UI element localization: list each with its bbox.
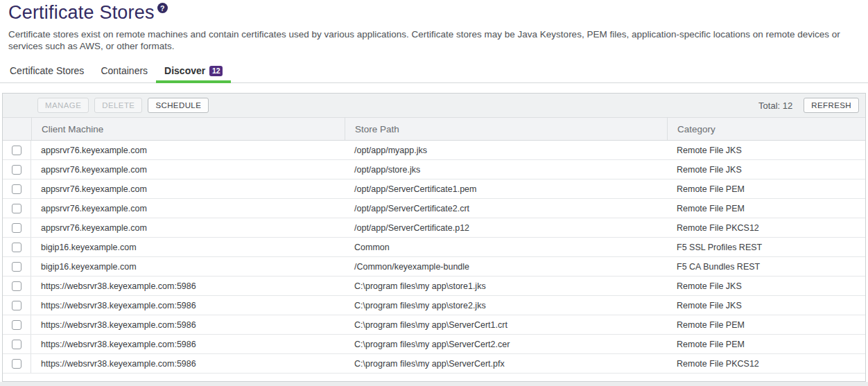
- row-checkbox[interactable]: [12, 184, 21, 194]
- column-header-store-path[interactable]: Store Path: [345, 118, 667, 140]
- row-checkbox-cell: [3, 199, 31, 218]
- table-header-row: Client Machine Store Path Category: [3, 118, 865, 141]
- cell-client-machine: https://websrvr38.keyexample.com:5986: [31, 335, 345, 353]
- row-checkbox-cell: [3, 354, 31, 373]
- table-row[interactable]: https://websrvr38.keyexample.com:5986C:\…: [3, 354, 865, 374]
- cell-category: F5 CA Bundles REST: [667, 257, 865, 276]
- tab-label: Containers: [101, 65, 148, 76]
- cell-client-machine: https://websrvr38.keyexample.com:5986: [31, 354, 345, 373]
- table-body: appsrvr76.keyexample.com/opt/app/myapp.j…: [3, 141, 865, 374]
- row-checkbox-cell: [3, 257, 31, 276]
- row-checkbox-cell: [3, 160, 31, 179]
- cell-client-machine: appsrvr76.keyexample.com: [31, 141, 345, 159]
- row-checkbox-cell: [3, 179, 31, 198]
- cell-category: Remote File PEM: [667, 315, 865, 334]
- table-row[interactable]: appsrvr76.keyexample.com/opt/app/myapp.j…: [3, 141, 865, 160]
- manage-button[interactable]: MANAGE: [37, 98, 89, 113]
- table-row[interactable]: appsrvr76.keyexample.com/opt/app/ServerC…: [3, 199, 865, 218]
- row-checkbox[interactable]: [12, 204, 21, 213]
- cell-category: Remote File PKCS12: [667, 218, 865, 237]
- row-checkbox[interactable]: [12, 165, 21, 175]
- delete-button[interactable]: DELETE: [94, 98, 142, 113]
- cell-store-path: /opt/app/store.jks: [345, 160, 667, 179]
- row-checkbox[interactable]: [12, 281, 21, 291]
- table-row[interactable]: appsrvr76.keyexample.com/opt/app/store.j…: [3, 160, 865, 179]
- cell-category: Remote File PEM: [667, 179, 865, 198]
- row-checkbox[interactable]: [12, 146, 21, 155]
- table-row[interactable]: https://websrvr38.keyexample.com:5986C:\…: [3, 277, 865, 296]
- cell-store-path: Common: [345, 238, 667, 256]
- row-checkbox-cell: [3, 238, 31, 256]
- cell-store-path: C:\program files\my app\ServerCert.pfx: [345, 354, 667, 373]
- tab-count-badge: 12: [209, 66, 223, 76]
- select-all-header-cell: [3, 118, 31, 140]
- row-checkbox[interactable]: [12, 340, 21, 349]
- row-checkbox-cell: [3, 335, 31, 353]
- row-checkbox[interactable]: [12, 243, 21, 252]
- cell-client-machine: bigip16.keyexample.com: [31, 238, 345, 256]
- table-row[interactable]: https://websrvr38.keyexample.com:5986C:\…: [3, 315, 865, 335]
- row-checkbox-cell: [3, 296, 31, 315]
- row-checkbox[interactable]: [12, 223, 21, 233]
- cell-category: Remote File JKS: [667, 141, 865, 159]
- row-checkbox[interactable]: [12, 301, 21, 310]
- schedule-button[interactable]: SCHEDULE: [148, 98, 209, 113]
- cell-store-path: C:\program files\my app\ServerCert1.crt: [345, 315, 667, 334]
- cell-store-path: /opt/app/myapp.jks: [345, 141, 667, 159]
- tab-bar: Certificate StoresContainersDiscover12: [0, 63, 868, 83]
- page-description: Certificate stores exist on remote machi…: [8, 28, 858, 52]
- refresh-button[interactable]: REFRESH: [804, 98, 859, 113]
- cell-store-path: C:\program files\my app\store2.jks: [345, 296, 667, 315]
- cell-category: Remote File PKCS12: [667, 354, 865, 373]
- help-icon[interactable]: ?: [157, 3, 168, 13]
- cell-category: Remote File PEM: [667, 335, 865, 353]
- cell-client-machine: appsrvr76.keyexample.com: [31, 160, 345, 179]
- cell-category: Remote File JKS: [667, 277, 865, 295]
- cell-client-machine: appsrvr76.keyexample.com: [31, 199, 345, 218]
- cell-client-machine: bigip16.keyexample.com: [31, 257, 345, 276]
- row-checkbox[interactable]: [12, 359, 21, 369]
- cell-category: F5 SSL Profiles REST: [667, 238, 865, 256]
- row-checkbox-cell: [3, 277, 31, 295]
- table-row[interactable]: https://websrvr38.keyexample.com:5986C:\…: [3, 335, 865, 354]
- total-count-label: Total: 12: [758, 100, 792, 111]
- table-row[interactable]: bigip16.keyexample.comCommonF5 SSL Profi…: [3, 238, 865, 257]
- cell-category: Remote File JKS: [667, 160, 865, 179]
- cell-category: Remote File PEM: [667, 199, 865, 218]
- cell-client-machine: appsrvr76.keyexample.com: [31, 218, 345, 237]
- column-header-category[interactable]: Category: [667, 118, 865, 140]
- cell-store-path: C:\program files\my app\ServerCert2.cer: [345, 335, 667, 353]
- cell-store-path: /Common/keyexample-bundle: [345, 257, 667, 276]
- cell-client-machine: https://websrvr38.keyexample.com:5986: [31, 296, 345, 315]
- grid-toolbar: MANAGEDELETESCHEDULE Total: 12 REFRESH: [3, 94, 865, 118]
- row-checkbox-cell: [3, 315, 31, 334]
- page-title: Certificate Stores: [8, 2, 155, 24]
- grid-footer: [3, 374, 865, 381]
- cell-store-path: /opt/app/ServerCertificate.p12: [345, 218, 667, 237]
- cell-client-machine: appsrvr76.keyexample.com: [31, 179, 345, 198]
- page-bottom-strip: [0, 382, 868, 386]
- tab-discover[interactable]: Discover12: [156, 65, 231, 82]
- cell-store-path: /opt/app/ServerCertificate2.crt: [345, 199, 667, 218]
- tab-containers[interactable]: Containers: [92, 65, 156, 82]
- table-row[interactable]: bigip16.keyexample.com/Common/keyexample…: [3, 257, 865, 277]
- table-row[interactable]: appsrvr76.keyexample.com/opt/app/ServerC…: [3, 218, 865, 238]
- cell-store-path: /opt/app/ServerCertificate1.pem: [345, 179, 667, 198]
- cell-store-path: C:\program files\my app\store1.jks: [345, 277, 667, 295]
- page-header: Certificate Stores ? Certificate stores …: [0, 0, 868, 52]
- column-header-client-machine[interactable]: Client Machine: [31, 118, 345, 140]
- tab-label: Discover: [164, 65, 205, 76]
- certificate-stores-grid: MANAGEDELETESCHEDULE Total: 12 REFRESH C…: [2, 93, 866, 382]
- row-checkbox-cell: [3, 218, 31, 237]
- table-row[interactable]: appsrvr76.keyexample.com/opt/app/ServerC…: [3, 179, 865, 199]
- cell-client-machine: https://websrvr38.keyexample.com:5986: [31, 315, 345, 334]
- row-checkbox[interactable]: [12, 320, 21, 330]
- tab-label: Certificate Stores: [10, 65, 84, 76]
- cell-category: Remote File JKS: [667, 296, 865, 315]
- row-checkbox[interactable]: [12, 262, 21, 272]
- tab-certificate-stores[interactable]: Certificate Stores: [1, 65, 92, 82]
- row-checkbox-cell: [3, 141, 31, 159]
- table-row[interactable]: https://websrvr38.keyexample.com:5986C:\…: [3, 296, 865, 315]
- cell-client-machine: https://websrvr38.keyexample.com:5986: [31, 277, 345, 295]
